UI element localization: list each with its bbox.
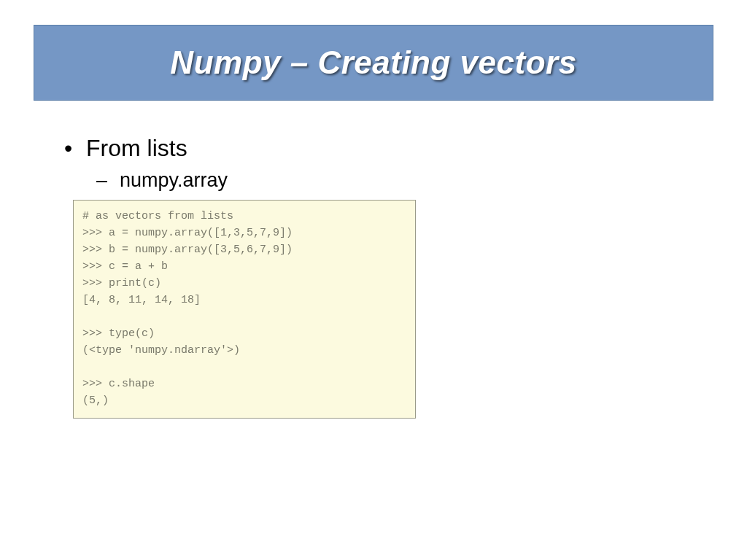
slide-body: From lists numpy.array — [58, 135, 686, 198]
bullet-numpy-array: numpy.array — [86, 169, 686, 192]
bullet-from-lists: From lists numpy.array — [58, 135, 686, 192]
slide-title-band: Numpy – Creating vectors — [34, 25, 713, 101]
bullet-level1-text: From lists — [86, 135, 187, 161]
code-block: # as vectors from lists >>> a = numpy.ar… — [73, 200, 416, 419]
bullet-level2-text: numpy.array — [120, 169, 228, 191]
slide-title: Numpy – Creating vectors — [170, 44, 576, 81]
